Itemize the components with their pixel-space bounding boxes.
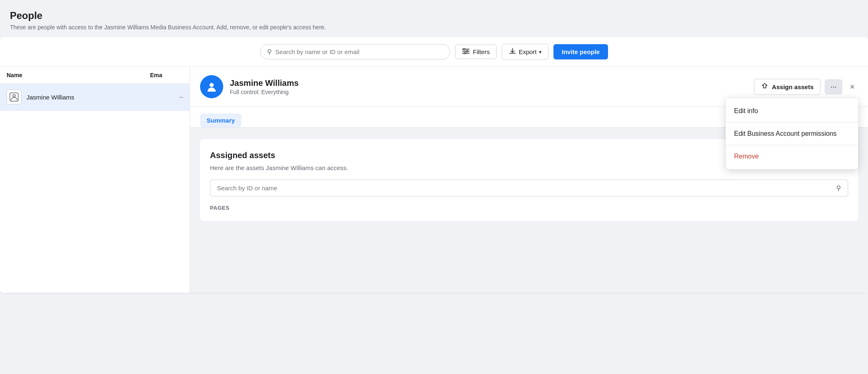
detail-person-name: Jasmine Williams — [230, 78, 747, 88]
detail-person-role: Full control: Everything — [230, 89, 747, 95]
assign-assets-button[interactable]: Assign assets — [754, 79, 820, 95]
svg-point-3 — [463, 48, 465, 50]
asset-search-input[interactable] — [217, 185, 833, 192]
export-icon — [509, 47, 516, 56]
assign-assets-label: Assign assets — [772, 83, 813, 90]
filters-button[interactable]: Filters — [455, 45, 497, 59]
filters-label: Filters — [473, 48, 490, 55]
more-options-button[interactable]: ··· — [825, 79, 842, 95]
export-label: Export — [519, 48, 537, 55]
filters-icon — [462, 48, 470, 55]
col-email-header: Ema — [150, 72, 183, 78]
export-chevron-icon: ▾ — [539, 49, 541, 55]
avatar — [200, 75, 223, 98]
pages-label: Pages — [210, 205, 848, 211]
col-name-header: Name — [7, 72, 150, 78]
people-list: Name Ema Jasmine Williams -- — [0, 67, 190, 293]
assign-assets-icon — [761, 83, 768, 91]
person-detail: Jasmine Williams Full control: Everythin… — [190, 67, 868, 293]
invite-people-label: Invite people — [562, 48, 600, 55]
table-row[interactable]: Jasmine Williams -- — [0, 84, 190, 111]
search-icon: ⚲ — [267, 48, 272, 56]
dropdown-edit-info[interactable]: Edit info — [726, 102, 858, 121]
tab-summary-label: Summary — [207, 117, 235, 124]
svg-point-5 — [464, 52, 466, 54]
invite-people-button[interactable]: Invite people — [553, 44, 608, 59]
dropdown-menu: Edit info Edit Business Account permissi… — [726, 98, 858, 169]
close-button[interactable]: × — [847, 80, 858, 93]
dropdown-edit-permissions[interactable]: Edit Business Account permissions — [726, 124, 858, 143]
export-button[interactable]: Export ▾ — [502, 44, 548, 60]
detail-actions: Assign assets ··· × — [754, 79, 858, 95]
person-email: -- — [179, 94, 183, 100]
remove-label: Remove — [734, 153, 759, 160]
edit-permissions-label: Edit Business Account permissions — [734, 130, 837, 137]
page-title: People — [10, 10, 858, 21]
search-input[interactable] — [275, 48, 443, 55]
person-name: Jasmine Williams — [26, 94, 174, 101]
svg-point-8 — [210, 83, 214, 87]
page-subtitle: These are people with access to the Jasm… — [10, 24, 858, 31]
svg-point-7 — [13, 95, 15, 97]
more-icon: ··· — [830, 83, 837, 91]
dropdown-divider-2 — [726, 145, 858, 145]
content-area: Name Ema Jasmine Williams -- — [0, 67, 868, 293]
svg-point-4 — [466, 50, 468, 52]
dropdown-remove[interactable]: Remove — [726, 147, 858, 166]
asset-search-icon: ⚲ — [836, 184, 841, 192]
person-icon — [7, 90, 21, 104]
table-header: Name Ema — [0, 67, 190, 84]
tab-summary[interactable]: Summary — [200, 114, 241, 127]
toolbar: ⚲ Filters — [0, 37, 868, 67]
dropdown-divider — [726, 122, 858, 123]
detail-info: Jasmine Williams Full control: Everythin… — [230, 78, 747, 95]
edit-info-label: Edit info — [734, 107, 758, 115]
close-icon: × — [850, 82, 855, 91]
asset-search-bar[interactable]: ⚲ — [210, 180, 848, 196]
search-bar[interactable]: ⚲ — [260, 44, 450, 59]
